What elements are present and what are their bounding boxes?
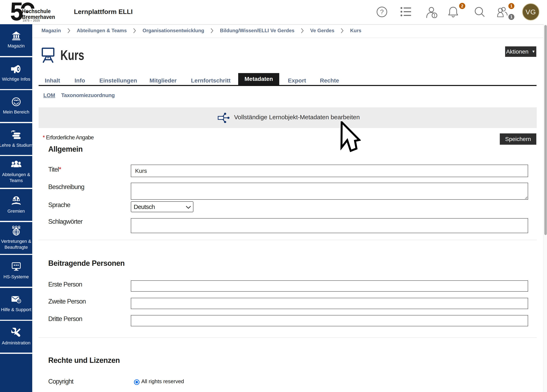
svg-text:?: ? bbox=[380, 8, 384, 16]
svg-text:?: ? bbox=[18, 299, 20, 303]
